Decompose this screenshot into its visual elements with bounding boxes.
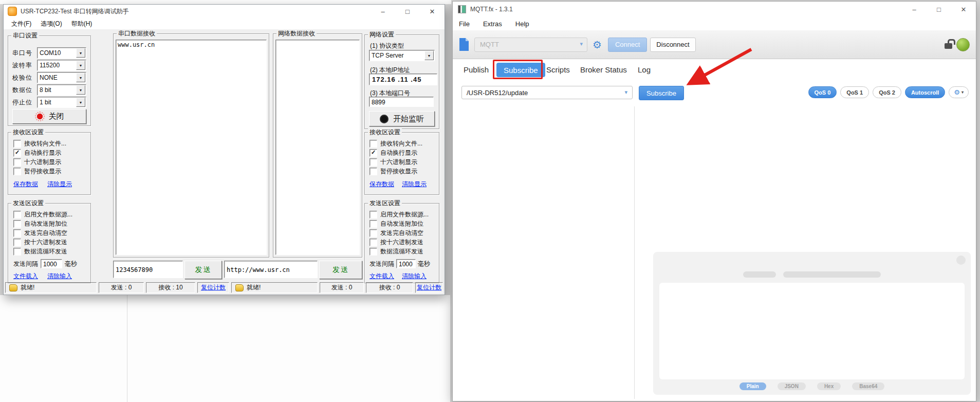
checkbox-file-datasource[interactable]: ✓ 启用文件数据源... bbox=[13, 210, 72, 219]
checkbox-pause-recv[interactable]: ✓ 暂停接收显示 bbox=[13, 167, 61, 176]
tab-scripts[interactable]: Scripts bbox=[546, 65, 570, 74]
mqtt-title-bar[interactable]: MQTT.fx - 1.3.1 bbox=[453, 2, 976, 17]
checkbox-icon[interactable]: ✓ bbox=[13, 149, 21, 157]
checkbox-send-as-hex[interactable]: ✓ 按十六进制发送 bbox=[369, 238, 423, 247]
data-bits-select[interactable]: 8 bit ▼ bbox=[37, 84, 86, 96]
checkbox-pause-recv[interactable]: ✓ 暂停接收显示 bbox=[369, 167, 417, 176]
com-port-select[interactable]: COM10 ▼ bbox=[37, 47, 86, 59]
format-base64-button[interactable]: Base64 bbox=[852, 382, 884, 390]
clear-input-link[interactable]: 清除输入 bbox=[402, 272, 427, 281]
save-data-link[interactable]: 保存数据 bbox=[369, 180, 394, 189]
baud-rate-select[interactable]: 115200 ▼ bbox=[37, 60, 86, 71]
qos2-button[interactable]: QoS 2 bbox=[873, 86, 901, 98]
reset-count-link[interactable]: 复位计数 bbox=[417, 283, 441, 292]
checkbox-icon[interactable]: ✓ bbox=[369, 168, 377, 175]
checkbox-icon[interactable]: ✓ bbox=[13, 168, 21, 175]
payload-text-area[interactable] bbox=[659, 283, 965, 379]
format-hex-button[interactable]: Hex bbox=[817, 382, 841, 390]
menu-file[interactable]: File bbox=[459, 20, 470, 28]
chevron-down-icon[interactable]: ▼ bbox=[76, 98, 85, 107]
checkbox-auto-linefeed[interactable]: ✓ 自动换行显示 bbox=[13, 149, 61, 157]
checkbox-auto-send-append[interactable]: ✓ 自动发送附加位 bbox=[369, 220, 423, 228]
checkbox-icon[interactable]: ✓ bbox=[369, 248, 377, 255]
menu-extras[interactable]: Extras bbox=[483, 20, 502, 28]
checkbox-icon[interactable]: ✓ bbox=[13, 211, 21, 218]
checkbox-loop-send[interactable]: ✓ 数据流循环发送 bbox=[369, 247, 423, 256]
interval-input[interactable] bbox=[41, 259, 62, 268]
clear-display-link[interactable]: 清除显示 bbox=[402, 180, 427, 189]
chevron-down-icon[interactable]: ▼ bbox=[76, 61, 85, 70]
minimize-icon[interactable]: – bbox=[371, 5, 395, 18]
minimize-icon[interactable]: – bbox=[902, 2, 927, 17]
maximize-icon[interactable]: □ bbox=[395, 5, 420, 18]
parity-select[interactable]: NONE ▼ bbox=[37, 72, 86, 83]
load-file-link[interactable]: 文件载入 bbox=[13, 272, 38, 281]
checkbox-icon[interactable]: ✓ bbox=[369, 158, 377, 166]
stop-bits-select[interactable]: 1 bit ▼ bbox=[37, 97, 86, 108]
serial-recv-textarea[interactable]: www.usr.cn bbox=[116, 40, 267, 255]
topic-combobox[interactable]: /USR-DR512/update ▾ bbox=[461, 86, 633, 99]
menu-help[interactable]: Help bbox=[515, 20, 529, 28]
checkbox-loop-send[interactable]: ✓ 数据流循环发送 bbox=[13, 247, 67, 256]
menu-help[interactable]: 帮助(H) bbox=[67, 20, 97, 28]
clear-input-link[interactable]: 清除输入 bbox=[47, 272, 72, 281]
serial-send-input[interactable] bbox=[113, 261, 183, 278]
serial-close-button[interactable]: 关闭 bbox=[12, 109, 86, 124]
chevron-down-icon[interactable]: ▼ bbox=[76, 73, 85, 82]
checkbox-icon[interactable]: ✓ bbox=[13, 239, 21, 246]
net-recv-textarea[interactable] bbox=[275, 40, 360, 255]
subscription-list-divider[interactable] bbox=[634, 106, 635, 399]
chevron-down-icon[interactable]: ▼ bbox=[424, 51, 434, 60]
gear-icon[interactable]: ⚙ bbox=[593, 40, 602, 50]
protocol-select[interactable]: TCP Server ▼ bbox=[369, 50, 435, 61]
serial-send-button[interactable]: 发送 bbox=[184, 261, 222, 279]
tab-publish[interactable]: Publish bbox=[464, 65, 489, 74]
checkbox-icon[interactable]: ✓ bbox=[369, 229, 377, 237]
checkbox-icon[interactable]: ✓ bbox=[369, 239, 377, 246]
format-json-button[interactable]: JSON bbox=[778, 382, 806, 390]
save-data-link[interactable]: 保存数据 bbox=[13, 180, 38, 189]
checkbox-recv-to-file[interactable]: ✓ 接收转向文件... bbox=[369, 139, 422, 148]
checkbox-auto-linefeed[interactable]: ✓ 自动换行显示 bbox=[369, 149, 417, 157]
tab-log[interactable]: Log bbox=[638, 65, 651, 74]
checkbox-icon[interactable]: ✓ bbox=[13, 220, 21, 228]
checkbox-icon[interactable]: ✓ bbox=[369, 149, 377, 157]
checkbox-file-datasource[interactable]: ✓ 启用文件数据源... bbox=[369, 210, 429, 219]
subscription-options-button[interactable]: ⚙ ▾ bbox=[949, 86, 969, 98]
checkbox-icon[interactable]: ✓ bbox=[369, 140, 377, 148]
profile-select[interactable]: MQTT ▾ bbox=[474, 38, 587, 52]
tab-broker-status[interactable]: Broker Status bbox=[580, 65, 627, 74]
chevron-down-icon[interactable]: ▼ bbox=[76, 85, 85, 95]
format-plain-button[interactable]: Plain bbox=[739, 382, 766, 390]
checkbox-hex-display[interactable]: ✓ 十六进制显示 bbox=[13, 158, 61, 167]
checkbox-send-as-hex[interactable]: ✓ 按十六进制发送 bbox=[13, 238, 67, 247]
start-listen-button[interactable]: 开始监听 bbox=[369, 111, 435, 126]
connect-button[interactable]: Connect bbox=[608, 38, 647, 52]
checkbox-icon[interactable]: ✓ bbox=[369, 220, 377, 228]
interval-input[interactable] bbox=[396, 259, 416, 268]
checkbox-icon[interactable]: ✓ bbox=[13, 229, 21, 237]
menu-options[interactable]: 选项(O) bbox=[36, 20, 66, 28]
checkbox-icon[interactable]: ✓ bbox=[369, 211, 377, 218]
checkbox-auto-send-append[interactable]: ✓ 自动发送附加位 bbox=[13, 220, 67, 228]
close-icon[interactable]: ✕ bbox=[951, 2, 976, 17]
net-send-input[interactable] bbox=[224, 261, 318, 278]
checkbox-icon[interactable]: ✓ bbox=[13, 158, 21, 166]
qos1-button[interactable]: QoS 1 bbox=[840, 86, 869, 98]
menu-file[interactable]: 文件(F) bbox=[7, 20, 36, 28]
clear-display-link[interactable]: 清除显示 bbox=[47, 180, 72, 189]
disconnect-button[interactable]: Disconnect bbox=[650, 38, 695, 52]
checkbox-recv-to-file[interactable]: ✓ 接收转向文件... bbox=[13, 139, 66, 148]
chevron-down-icon[interactable]: ▾ bbox=[580, 41, 583, 47]
checkbox-clear-after-send[interactable]: ✓ 发送完自动清空 bbox=[13, 229, 67, 237]
maximize-icon[interactable]: □ bbox=[927, 2, 951, 17]
chevron-down-icon[interactable]: ▾ bbox=[624, 89, 627, 96]
local-port-input[interactable] bbox=[369, 97, 434, 107]
reset-count-link[interactable]: 复位计数 bbox=[201, 283, 226, 292]
checkbox-icon[interactable]: ✓ bbox=[13, 248, 21, 255]
chevron-down-icon[interactable]: ▼ bbox=[76, 48, 85, 58]
checkbox-icon[interactable]: ✓ bbox=[13, 140, 21, 148]
close-icon[interactable]: ✕ bbox=[420, 5, 445, 18]
subscribe-button[interactable]: Subscribe bbox=[639, 86, 684, 100]
qos0-button[interactable]: QoS 0 bbox=[808, 86, 837, 98]
